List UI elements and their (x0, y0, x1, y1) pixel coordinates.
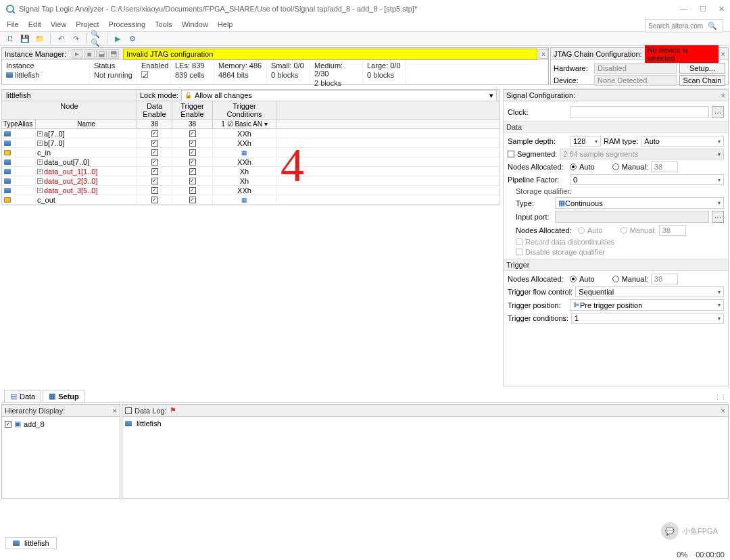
datalog-item[interactable]: littlefish (137, 419, 162, 428)
menu-view[interactable]: View (51, 20, 67, 28)
table-row[interactable]: +data_out_1[1..0]✓✓Xh (2, 167, 500, 176)
minimize-button[interactable]: — (680, 5, 687, 14)
hardware-select[interactable]: Disabled (594, 63, 677, 74)
menu-file[interactable]: File (7, 20, 19, 28)
trigger-enable-checkbox[interactable]: ✓ (189, 159, 196, 166)
undo-icon[interactable]: ↶ (55, 32, 67, 45)
instance-name[interactable]: littlefish (15, 71, 40, 79)
table-row[interactable]: +data_out_2[3..0]✓✓Xh (2, 176, 500, 186)
panel-close-icon[interactable]: × (721, 50, 725, 58)
panel-close-icon[interactable]: × (721, 91, 725, 99)
sample-depth-select[interactable]: 128 (570, 136, 601, 147)
tab-data[interactable]: ▤Data (4, 390, 41, 402)
table-row[interactable]: c_in✓✓▦ (2, 148, 500, 157)
expand-icon[interactable]: + (37, 131, 43, 136)
col-type[interactable]: Type (2, 120, 16, 128)
nodes-manual-radio[interactable] (612, 163, 619, 170)
expand-icon[interactable]: + (37, 159, 43, 165)
trigger-position-select[interactable]: ⊫ Pre trigger position (570, 299, 724, 311)
resize-handle-icon[interactable]: ⋮⋮ (714, 393, 726, 402)
storage-type-select[interactable]: ▦ Continuous (555, 197, 724, 209)
menu-processing[interactable]: Processing (109, 20, 145, 28)
search-box[interactable]: 🔍 (645, 19, 723, 32)
save-icon[interactable]: 💾 (19, 32, 31, 45)
col-alias[interactable]: Alias (16, 120, 36, 128)
compile-icon[interactable]: ⚙ (126, 32, 139, 45)
trigger-manual-radio[interactable] (612, 276, 619, 282)
hierarchy-checkbox[interactable]: ✓ (5, 421, 11, 428)
data-enable-checkbox[interactable]: ✓ (151, 197, 158, 203)
find-icon[interactable]: 🔍🔍 (91, 32, 103, 45)
data-enable-checkbox[interactable]: ✓ (151, 178, 158, 184)
trigger-condition-cell[interactable]: XXh (213, 186, 276, 195)
tc-mode-select[interactable]: 1 ☑ Basic AN ▾ (213, 120, 276, 128)
datalog-flag-icon[interactable]: ⚑ (170, 406, 176, 415)
maximize-button[interactable]: ☐ (700, 5, 706, 14)
table-row[interactable]: +a[7..0]✓✓XXh (2, 129, 500, 138)
redo-icon[interactable]: ↷ (70, 32, 82, 45)
trigger-manual-input[interactable]: 38 (651, 274, 678, 284)
new-icon[interactable]: 🗋 (4, 32, 16, 45)
trigger-enable-checkbox[interactable]: ✓ (189, 130, 196, 137)
expand-icon[interactable]: + (37, 169, 43, 174)
menu-project[interactable]: Project (76, 20, 99, 28)
data-enable-checkbox[interactable]: ✓ (151, 140, 158, 147)
data-enable-checkbox[interactable]: ✓ (151, 130, 158, 137)
instance-tab[interactable]: littlefish (2, 90, 137, 101)
nodes-manual-input[interactable]: 38 (651, 161, 678, 172)
im-save-icon[interactable]: ⬒ (108, 49, 119, 59)
expand-icon[interactable]: + (37, 141, 43, 146)
col-name[interactable]: Name (36, 120, 137, 128)
scan-chain-button[interactable]: Scan Chain (679, 75, 725, 86)
clock-browse-button[interactable]: … (712, 106, 724, 118)
trigger-condition-cell[interactable]: Xh (213, 176, 276, 186)
im-read-icon[interactable]: ⬓ (96, 49, 107, 59)
data-enable-checkbox[interactable]: ✓ (151, 159, 158, 166)
te-count[interactable]: 38 (172, 120, 213, 128)
trigger-condition-cell[interactable]: XXh (213, 138, 276, 148)
panel-close-icon[interactable]: × (721, 407, 725, 415)
trigger-enable-checkbox[interactable]: ✓ (189, 178, 196, 184)
im-run-icon[interactable]: ▸ (72, 49, 82, 59)
trigger-enable-checkbox[interactable]: ✓ (189, 187, 196, 194)
bottom-tab-instance[interactable]: littlefish (5, 537, 57, 549)
menu-edit[interactable]: Edit (28, 20, 41, 28)
menu-window[interactable]: Window (182, 20, 208, 28)
trigger-enable-checkbox[interactable]: ✓ (189, 168, 196, 175)
trigger-enable-checkbox[interactable]: ✓ (189, 149, 196, 156)
trigger-enable-checkbox[interactable]: ✓ (189, 197, 196, 203)
nodes-auto-radio[interactable] (570, 163, 577, 170)
input-port-browse-button[interactable]: … (712, 211, 724, 223)
datalog-checkbox[interactable] (125, 407, 132, 414)
trigger-condition-cell[interactable]: ▦ (213, 195, 276, 205)
pipeline-select[interactable]: 0 (570, 174, 724, 185)
expand-icon[interactable]: + (37, 188, 43, 193)
trigger-conditions-select[interactable]: 1 (571, 313, 724, 324)
open-icon[interactable]: 📁 (34, 32, 46, 45)
run-icon[interactable]: ▶ (112, 32, 124, 45)
close-button[interactable]: ✕ (719, 5, 725, 14)
im-stop-icon[interactable]: ■ (84, 49, 95, 59)
trigger-condition-cell[interactable]: Xh (213, 167, 276, 176)
trigger-flow-select[interactable]: Sequential (575, 286, 724, 297)
trigger-auto-radio[interactable] (570, 276, 577, 282)
search-input[interactable] (646, 22, 708, 30)
data-enable-checkbox[interactable]: ✓ (151, 149, 158, 156)
panel-close-icon[interactable]: × (539, 49, 548, 59)
device-select[interactable]: None Detected (594, 75, 677, 86)
table-row[interactable]: +b[7..0]✓✓XXh (2, 138, 500, 148)
clock-input[interactable] (570, 106, 709, 118)
table-row[interactable]: +data_out_3[5..0]✓✓XXh (2, 186, 500, 195)
de-count[interactable]: 38 (137, 120, 172, 128)
ram-type-select[interactable]: Auto (641, 136, 724, 147)
trigger-enable-checkbox[interactable]: ✓ (189, 140, 196, 147)
table-row[interactable]: +data_out[7..0]✓✓XXh (2, 157, 500, 167)
menu-tools[interactable]: Tools (155, 20, 172, 28)
trigger-condition-cell[interactable]: ▦ (213, 148, 276, 157)
enabled-checkbox[interactable]: ✓ (141, 71, 148, 78)
search-icon[interactable]: 🔍 (708, 22, 720, 30)
segmented-checkbox[interactable] (508, 151, 514, 157)
expand-icon[interactable]: + (37, 178, 43, 184)
menu-help[interactable]: Help (218, 20, 233, 28)
hierarchy-item[interactable]: add_8 (24, 420, 45, 428)
